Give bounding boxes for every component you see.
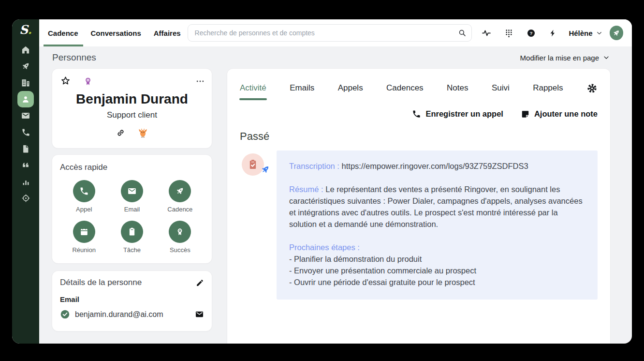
phone-icon — [79, 186, 89, 196]
verified-check-icon — [60, 309, 70, 319]
global-search[interactable] — [188, 24, 472, 42]
gear-icon[interactable] — [586, 83, 598, 94]
activity-pulse-icon[interactable] — [482, 28, 491, 38]
sidebar-item-documents[interactable] — [17, 140, 34, 157]
quick-action-task: Tâche — [108, 221, 156, 254]
tab-emails[interactable]: Emails — [290, 83, 314, 93]
dialpad-icon[interactable] — [504, 29, 513, 38]
clipboard-check-icon — [247, 159, 259, 170]
email-value: benjamin.durand@ai.com — [75, 310, 190, 319]
activity-tabs: Activité Emails Appels Cadences Notes Su… — [240, 78, 598, 98]
task-button[interactable] — [121, 221, 143, 243]
activity-entry-icon — [240, 150, 277, 178]
link-icon[interactable] — [116, 128, 126, 138]
sidebar-item-calls[interactable] — [17, 124, 34, 140]
note-icon — [521, 109, 530, 119]
search-icon[interactable] — [458, 29, 467, 37]
activity-entry: Transcription : https://empower.ringover… — [240, 150, 598, 300]
page-content: Personnes Modifier la mise en page — [39, 46, 632, 344]
log-call-button[interactable]: Enregistrer un appel — [412, 109, 503, 119]
sidebar-item-emails[interactable] — [17, 107, 34, 124]
edit-pencil-icon[interactable] — [196, 279, 204, 287]
mail-icon — [127, 186, 137, 196]
bar-chart-icon — [21, 177, 30, 186]
target-icon — [21, 194, 30, 203]
rocket-badge-icon — [260, 165, 270, 175]
phone-icon — [412, 109, 421, 119]
owl-icon[interactable] — [137, 127, 148, 138]
transcription-card: Transcription : https://empower.ringover… — [277, 150, 598, 300]
award-ribbon-icon[interactable] — [83, 76, 93, 87]
success-button[interactable] — [169, 221, 191, 243]
person-sidebar: Benjamin Durand Support client Accès rap… — [52, 69, 212, 331]
sidebar-item-home[interactable] — [17, 42, 34, 58]
nav-tab-affaires[interactable]: Affaires — [154, 29, 181, 37]
edit-layout-button[interactable]: Modifier la mise en page — [520, 54, 610, 62]
next-step-item: - Ouvrir une période d'essai gratuite po… — [289, 276, 585, 288]
chevron-down-icon — [602, 54, 610, 61]
quick-action-call: Appel — [60, 180, 108, 213]
tab-activite[interactable]: Activité — [240, 83, 266, 93]
email-row: benjamin.durand@ai.com — [60, 309, 204, 319]
tab-appels[interactable]: Appels — [338, 83, 363, 93]
summary-label: Résumé : — [289, 185, 323, 194]
sidebar-item-people[interactable] — [17, 91, 34, 107]
tab-notes[interactable]: Notes — [447, 83, 468, 93]
summary-text: Le représentant des ventes a présenté Ri… — [289, 185, 583, 228]
avatar[interactable] — [610, 26, 623, 40]
more-menu-icon[interactable] — [195, 76, 205, 86]
quick-action-success: Succès — [156, 221, 204, 254]
chevron-down-icon — [596, 30, 603, 37]
transcription-line: Transcription : https://empower.ringover… — [289, 160, 585, 172]
transcription-url[interactable]: https://empower.ringover.com/logs/93Z759… — [342, 162, 528, 170]
meeting-button[interactable] — [73, 221, 95, 243]
tab-suivi[interactable]: Suivi — [492, 83, 510, 93]
person-name: Benjamin Durand — [60, 91, 204, 107]
lightning-icon[interactable] — [549, 29, 557, 37]
topbar: Cadence Conversations Affaires Hélène — [39, 19, 632, 46]
clipboard-icon — [127, 227, 137, 237]
phone-icon — [21, 128, 30, 137]
tab-rappels[interactable]: Rappels — [533, 83, 563, 93]
email-field-label: Email — [60, 295, 204, 303]
award-icon — [175, 227, 185, 237]
next-steps-label: Prochaines étapes : — [289, 241, 585, 253]
next-step-item: - Planifier la démonstration du produit — [289, 253, 585, 265]
star-icon[interactable] — [60, 75, 71, 87]
tab-cadences[interactable]: Cadences — [386, 83, 424, 93]
sidebar-item-analytics[interactable] — [17, 173, 34, 190]
person-details-card: Détails de la personne Email benjamin.du… — [52, 271, 212, 331]
mail-icon — [21, 111, 30, 120]
cadence-button[interactable] — [169, 180, 191, 202]
file-icon — [21, 144, 30, 153]
add-note-button[interactable]: Ajouter une note — [521, 109, 598, 119]
send-mail-icon[interactable] — [195, 310, 204, 319]
person-icon — [21, 94, 30, 104]
person-role: Support client — [60, 110, 204, 120]
nav-tab-cadence[interactable]: Cadence — [48, 29, 78, 37]
profile-card: Benjamin Durand Support client — [52, 69, 212, 148]
search-input[interactable] — [195, 29, 458, 37]
email-button[interactable] — [121, 180, 143, 202]
calendar-icon — [79, 227, 89, 237]
call-button[interactable] — [73, 180, 95, 202]
sidebar-item-targets[interactable] — [17, 190, 34, 206]
help-icon[interactable] — [527, 29, 536, 38]
rocket-icon — [612, 29, 620, 37]
sidebar-item-companies[interactable] — [17, 75, 34, 91]
user-menu[interactable]: Hélène — [569, 29, 602, 37]
sidebar-item-quotes[interactable] — [17, 157, 34, 173]
summary-line: Résumé : Le représentant des ventes a pr… — [289, 183, 585, 230]
nav-tab-conversations[interactable]: Conversations — [91, 29, 141, 37]
user-name: Hélène — [569, 29, 592, 37]
rocket-icon — [21, 61, 30, 71]
activity-panel: Activité Emails Appels Cadences Notes Su… — [227, 69, 610, 344]
app-window: S. Cadence Conversations Affaires — [12, 19, 632, 344]
quick-action-email: Email — [108, 180, 156, 213]
quick-access-title: Accès rapide — [60, 163, 204, 172]
sidebar-item-cadences[interactable] — [17, 58, 34, 75]
building-icon — [21, 78, 30, 88]
details-title: Détails de la personne — [60, 278, 142, 287]
sidebar: S. — [12, 19, 39, 344]
app-logo[interactable]: S. — [19, 24, 32, 36]
